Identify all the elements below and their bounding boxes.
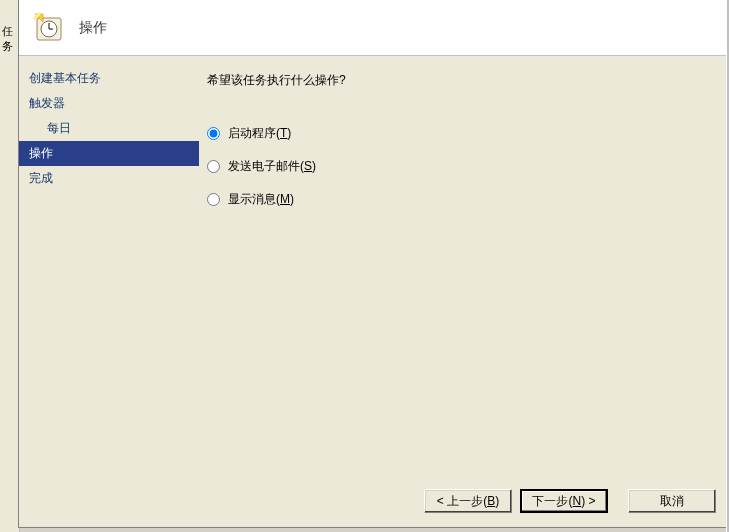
background-truncated-label: 任务: [2, 24, 19, 54]
dialog-header: 操作: [19, 0, 728, 56]
back-button[interactable]: < 上一步(B): [424, 489, 512, 513]
radio-send-email[interactable]: [207, 160, 220, 173]
wizard-button-bar: < 上一步(B) 下一步(N) > 取消: [19, 475, 728, 527]
wizard-content: 希望该任务执行什么操作? 启动程序(T) 发送电子邮件(S) 显示消息(M): [199, 56, 728, 475]
wizard-sidebar: 创建基本任务 触发器 每日 操作 完成: [19, 56, 199, 475]
sidebar-item-trigger[interactable]: 触发器: [19, 91, 199, 116]
sidebar-item-create-basic-task[interactable]: 创建基本任务: [19, 66, 199, 91]
background-window-strip: 任务: [0, 0, 20, 532]
radio-send-email-label: 发送电子邮件(S): [228, 158, 316, 175]
task-clock-icon: [33, 12, 65, 44]
cancel-button[interactable]: 取消: [628, 489, 716, 513]
radio-start-program[interactable]: [207, 127, 220, 140]
dialog-title: 操作: [79, 19, 107, 37]
sidebar-item-daily[interactable]: 每日: [19, 116, 199, 141]
radio-start-program-row[interactable]: 启动程序(T): [207, 125, 708, 142]
dialog-body: 创建基本任务 触发器 每日 操作 完成 希望该任务执行什么操作? 启动程序(T)…: [19, 56, 728, 475]
radio-show-message-label: 显示消息(M): [228, 191, 294, 208]
radio-show-message[interactable]: [207, 193, 220, 206]
radio-start-program-label: 启动程序(T): [228, 125, 291, 142]
wizard-dialog: 操作 创建基本任务 触发器 每日 操作 完成 希望该任务执行什么操作? 启动程序…: [18, 0, 729, 528]
next-button[interactable]: 下一步(N) >: [520, 489, 608, 513]
radio-show-message-row[interactable]: 显示消息(M): [207, 191, 708, 208]
prompt-text: 希望该任务执行什么操作?: [207, 72, 708, 89]
sidebar-item-finish[interactable]: 完成: [19, 166, 199, 191]
radio-send-email-row[interactable]: 发送电子邮件(S): [207, 158, 708, 175]
sidebar-item-action[interactable]: 操作: [19, 141, 199, 166]
